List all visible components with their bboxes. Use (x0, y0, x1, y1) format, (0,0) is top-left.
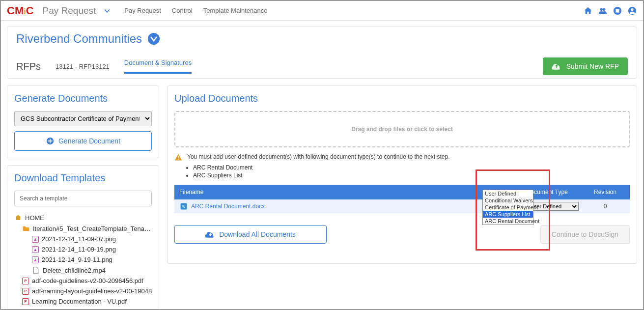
upload-panel-title: Upload Documents (174, 93, 630, 104)
users-icon[interactable] (598, 6, 608, 16)
svg-point-5 (631, 8, 633, 11)
rfp-section-label: RFPs (16, 61, 41, 72)
warning-icon (174, 153, 182, 161)
nav-pay-request[interactable]: Pay Request (124, 7, 161, 14)
col-filename: Filename (179, 189, 527, 196)
dropdown-option[interactable]: Certificate of Payment (483, 204, 533, 211)
svg-point-0 (600, 8, 603, 10)
module-title[interactable]: Pay Request (43, 5, 110, 16)
image-icon: ▲ (32, 236, 39, 243)
dropdown-option-selected[interactable]: ARC Suppliers List (483, 211, 533, 218)
download-panel-title: Download Templates (14, 172, 152, 184)
col-document-type: Document Type (527, 189, 586, 196)
svg-rect-7 (178, 156, 179, 159)
rfp-id: 13121 - RFP13121 (56, 63, 110, 70)
revision-value: 0 (586, 203, 625, 210)
tree-home[interactable]: HOME (14, 212, 152, 223)
image-icon: ▲ (32, 246, 39, 253)
project-title: Riverbend Communities (16, 32, 142, 46)
tree-file[interactable]: P Learning Documentation - VU.pdf (14, 296, 152, 307)
upload-table-header: Filename Document Type Revision (174, 185, 630, 199)
generate-document-button[interactable]: Generate Document (14, 131, 152, 151)
warning-message: You must add user-defined document(s) wi… (174, 153, 630, 161)
home-icon[interactable] (583, 6, 593, 16)
chevron-down-icon (105, 9, 110, 13)
tab-document-signatures[interactable]: Document & Signatures (124, 59, 192, 74)
cloud-download-icon (205, 230, 215, 238)
template-search-input[interactable] (14, 191, 152, 206)
document-type-dropdown[interactable]: User Defined Conditional Waivers Certifi… (482, 190, 533, 225)
stop-icon[interactable] (613, 6, 622, 16)
project-card: Riverbend Communities RFPs 13121 - RFP13… (7, 27, 637, 79)
pdf-icon: P (22, 288, 29, 295)
plus-circle-icon (46, 137, 55, 145)
cloud-upload-icon (552, 62, 561, 70)
svg-rect-8 (178, 159, 179, 160)
folder-icon (22, 225, 30, 232)
project-dropdown-toggle[interactable] (148, 33, 160, 45)
download-templates-panel: Download Templates HOME Iteration#5_Test… (7, 165, 159, 310)
generate-documents-panel: Generate Documents GCS Subcontractor Cer… (7, 85, 159, 158)
tree-folder[interactable]: Iteration#5_Test_CreateTemplate_Tenant l… (14, 223, 152, 234)
upload-table-row: W ARC Rental Document.docx User Defined … (174, 199, 630, 213)
generate-panel-title: Generate Documents (14, 93, 152, 104)
tree-file[interactable]: ▲ 2021-12-14_11-09-19.png (14, 244, 152, 254)
docx-icon: W (179, 202, 188, 210)
submit-new-rfp-button[interactable]: Submit New RFP (543, 57, 628, 75)
download-all-button[interactable]: Download All Documents (174, 225, 327, 244)
image-icon: ▲ (32, 256, 39, 263)
tree-file[interactable]: ▲ 2021-12-14_11-09-07.png (14, 234, 152, 244)
tree-file[interactable]: P adf-naming-layout-guidelines-v2-00-190… (14, 286, 152, 296)
tree-file[interactable]: ▲ 2021-12-14_9-19-11.png (14, 254, 152, 265)
top-icons (583, 6, 637, 16)
nav-template-maintenance[interactable]: Template Maintenance (203, 7, 268, 14)
svg-text:W: W (182, 205, 186, 208)
tree-file[interactable]: P adf-code-guidelines-v2-00-2096456.pdf (14, 276, 152, 286)
pdf-icon: P (22, 298, 29, 305)
drop-zone[interactable]: Drag and drop files or click to select (174, 111, 630, 147)
upload-documents-panel: Upload Documents Drag and drop files or … (167, 85, 637, 264)
file-icon (32, 266, 40, 274)
home-folder-icon (14, 214, 22, 222)
required-doc-item: ARC Rental Document (193, 164, 630, 171)
svg-rect-3 (616, 9, 619, 12)
required-doc-list: ARC Rental Document ARC Suppliers List (193, 164, 630, 179)
top-bar: CMiC Pay Request Pay Request Control Tem… (1, 1, 643, 21)
nav-control[interactable]: Control (172, 7, 193, 14)
required-doc-item: ARC Suppliers List (193, 172, 630, 179)
generate-template-select[interactable]: GCS Subcontractor Certificate of Payment (14, 111, 152, 126)
dropdown-option[interactable]: User Defined (483, 190, 533, 197)
template-tree: HOME Iteration#5_Test_CreateTemplate_Ten… (14, 212, 152, 307)
continue-docusign-button[interactable]: Continue to DocuSign (540, 225, 630, 244)
top-nav: Pay Request Control Template Maintenance (124, 7, 267, 14)
tree-file[interactable]: Delete_childline2.mp4 (14, 265, 152, 276)
pdf-icon: P (22, 278, 29, 284)
dropdown-option[interactable]: ARC Rental Document (483, 218, 533, 225)
uploaded-filename[interactable]: ARC Rental Document.docx (191, 203, 265, 210)
dropdown-option[interactable]: Conditional Waivers (483, 197, 533, 204)
logo: CMiC (7, 4, 34, 17)
user-icon[interactable] (627, 6, 637, 16)
col-revision: Revision (586, 189, 625, 196)
svg-point-1 (603, 8, 605, 10)
